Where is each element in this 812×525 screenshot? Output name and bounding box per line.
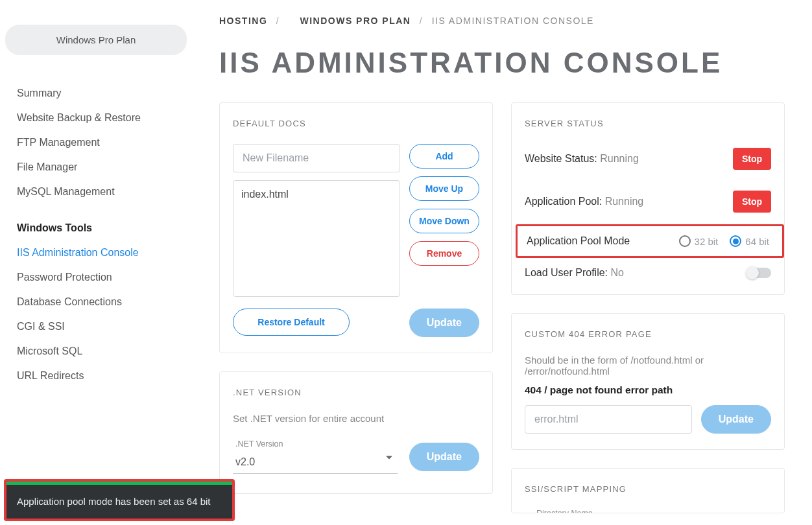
sidebar-item-iis[interactable]: IIS Administration Console [17,240,187,265]
add-button[interactable]: Add [409,144,479,169]
load-profile-label: Load User Profile: No [525,267,624,279]
card-default-docs: DEFAULT DOCS index.html Add Move Up Move… [219,102,493,353]
sidebar-item-summary[interactable]: Summary [17,81,187,106]
sidebar-item-mysql[interactable]: MySQL Management [17,180,187,204]
card-server-status: SERVER STATUS Website Status: Running St… [511,102,785,295]
help-404: Should be in the form of /notfound.html … [525,355,771,377]
card-net-version: .NET VERSION Set .NET version for entire… [219,371,493,494]
pool-mode-radios: 32 bit 64 bit [679,235,769,247]
page-title: IIS ADMINISTRATION CONSOLE [219,47,785,79]
toast: Application pool mode has been set as 64… [4,479,235,513]
sidebar-item-filemanager[interactable]: File Manager [17,155,187,180]
breadcrumb-sep: / [276,16,280,26]
sidebar-item-password[interactable]: Password Protection [17,265,187,290]
net-version-select[interactable]: v2.0 [233,450,398,474]
error-path-input[interactable] [525,405,692,434]
chevron-down-icon [386,456,392,459]
new-filename-input[interactable] [233,144,400,172]
breadcrumb-sep: / [420,16,423,26]
card-title: SERVER STATUS [525,115,771,144]
pool-mode-label: Application Pool Mode [527,235,630,247]
sidebar-nav: Summary Website Backup & Restore FTP Man… [5,81,187,388]
pool-status-label: Application Pool: Running [525,196,643,207]
update-net-button[interactable]: Update [409,443,479,471]
load-profile-value: No [611,267,624,278]
website-status-value: Running [600,153,639,164]
radio-32bit[interactable]: 32 bit [679,235,719,247]
sidebar-item-mssql[interactable]: Microsoft SQL [17,339,187,364]
sidebar-item-redirects[interactable]: URL Redirects [17,364,187,388]
remove-button[interactable]: Remove [409,241,479,266]
main-content: HOSTING / WINDOWS PRO PLAN / IIS ADMINIS… [195,0,812,513]
card-title: CUSTOM 404 ERROR PAGE [525,325,771,355]
card-ssi: SSI/SCRIPT MAPPING Directory Name [511,468,785,513]
card-title: SSI/SCRIPT MAPPING [525,480,771,500]
sidebar-item-backup[interactable]: Website Backup & Restore [17,106,187,130]
list-item[interactable]: index.html [241,187,392,202]
breadcrumb-hosting[interactable]: HOSTING [219,16,267,26]
net-help-text: Set .NET version for entire account [233,413,479,424]
breadcrumb-current: IIS ADMINISTRATION CONSOLE [432,16,594,26]
net-field-label: .NET Version [233,439,398,449]
plan-pill[interactable]: Windows Pro Plan [5,25,187,55]
sidebar-item-ftp[interactable]: FTP Management [17,130,187,155]
website-status-label: Website Status: Running [525,153,639,165]
sidebar-item-db[interactable]: Database Connections [17,290,187,314]
pool-status-value: Running [605,196,644,207]
radio-64bit[interactable]: 64 bit [730,235,769,247]
move-up-button[interactable]: Move Up [409,176,479,201]
stop-website-button[interactable]: Stop [733,148,771,170]
sidebar-item-cgi[interactable]: CGI & SSI [17,314,187,339]
update-docs-button[interactable]: Update [409,309,479,337]
directory-name-label: Directory Name [534,509,595,513]
restore-default-button[interactable]: Restore Default [233,309,350,336]
toggle-knob [746,266,759,279]
toast-message: Application pool mode has been set as 64… [6,485,232,513]
pool-mode-highlight: Application Pool Mode 32 bit 64 bit [516,224,784,258]
default-docs-list[interactable]: index.html [233,180,400,297]
sidebar-heading-tools: Windows Tools [17,216,187,240]
breadcrumb: HOSTING / WINDOWS PRO PLAN / IIS ADMINIS… [219,16,785,26]
sidebar: Windows Pro Plan Summary Website Backup … [0,0,195,513]
card-custom-404: CUSTOM 404 ERROR PAGE Should be in the f… [511,313,785,450]
radio-icon [730,235,741,247]
field-label-404: 404 / page not found error path [525,384,771,396]
stop-pool-button[interactable]: Stop [733,191,771,213]
update-404-button[interactable]: Update [701,405,771,434]
card-title: .NET VERSION [233,384,479,413]
move-down-button[interactable]: Move Down [409,209,479,233]
breadcrumb-plan[interactable]: WINDOWS PRO PLAN [300,16,411,26]
radio-icon [679,235,691,247]
load-profile-toggle[interactable] [746,268,771,278]
card-title: DEFAULT DOCS [233,115,479,144]
